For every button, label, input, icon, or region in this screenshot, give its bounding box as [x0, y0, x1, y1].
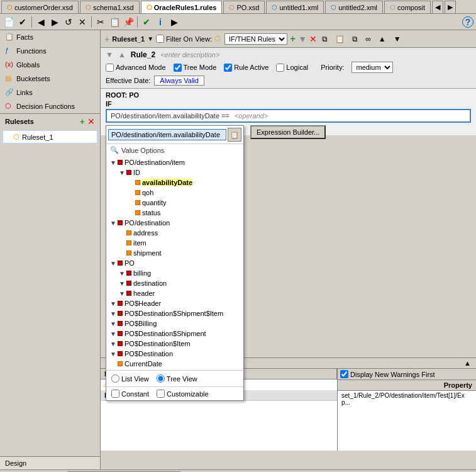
tree-node-shipment[interactable]: shipment	[118, 248, 241, 258]
copy-rule-button[interactable]: ⧉	[319, 33, 330, 45]
tab-po[interactable]: ⬡ PO.xsd	[223, 1, 265, 13]
move-up-button[interactable]: ▲	[376, 33, 389, 45]
advanced-mode-checkbox[interactable]	[106, 64, 114, 72]
ruleset-1-item[interactable]: ⬡ Ruleset_1	[3, 130, 97, 143]
copy-button[interactable]: 📋	[108, 16, 121, 28]
condition-input[interactable]: PO/destination/item.availabilityDate == …	[106, 109, 471, 123]
list-view-label[interactable]: List View	[111, 374, 149, 383]
tree-view-radio[interactable]	[157, 374, 165, 383]
expand-header[interactable]: ▼	[118, 289, 126, 298]
help-button[interactable]: ?	[462, 16, 473, 28]
display-new-label[interactable]: Display New Warnings First	[340, 370, 435, 378]
customizable-checkbox[interactable]	[157, 390, 165, 398]
display-new-checkbox[interactable]	[340, 370, 348, 378]
tab-customerorder[interactable]: ⬡ customerOrder.xsd	[1, 1, 79, 13]
expand-po[interactable]: ▼	[109, 259, 118, 267]
rulesets-add-button[interactable]: +	[80, 116, 85, 126]
design-tab[interactable]: Design	[0, 456, 100, 469]
tab-oraclerules[interactable]: ⬡ OracleRules1.rules	[141, 1, 223, 13]
tree-node-header[interactable]: ▼ header	[118, 288, 241, 298]
tab-nav-prev[interactable]: ◀	[432, 1, 443, 13]
run-button[interactable]: ▶	[168, 16, 180, 28]
tree-node-po-dest-ship-item[interactable]: ▼ PO$Destination$Shipment$Item	[109, 308, 241, 318]
operand-placeholder[interactable]: <operand>	[235, 112, 268, 120]
sidebar-item-functions[interactable]: ƒ Functions	[0, 44, 100, 58]
tree-node-item[interactable]: item	[118, 238, 241, 248]
tree-mode-checkbox[interactable]	[174, 64, 182, 72]
cut-button[interactable]: ✂	[94, 16, 107, 28]
expand-po-dest-ship-item[interactable]: ▼	[109, 309, 118, 318]
expand-po-dest-item2[interactable]: ▼	[109, 339, 118, 348]
expand-po-dest[interactable]: ▼	[109, 218, 118, 227]
view-select[interactable]: IF/THEN Rules Decision Table Decision Tr…	[224, 33, 287, 45]
tab-schema1[interactable]: ⬡ schema1.xsd	[80, 1, 140, 13]
tree-node-po-destination[interactable]: ▼ PO$Destination	[109, 349, 241, 359]
advanced-mode-label[interactable]: Advanced Mode	[106, 64, 166, 72]
customizable-label[interactable]: Customizable	[157, 390, 209, 398]
tree-view-label[interactable]: Tree View	[157, 374, 197, 383]
filter-on-checkbox-label[interactable]: Filter On	[156, 35, 192, 43]
logical-checkbox[interactable]	[276, 64, 284, 72]
tree-node-status[interactable]: status	[126, 208, 241, 218]
expand-destination[interactable]: ▼	[118, 279, 126, 288]
expand-billing[interactable]: ▼	[118, 269, 126, 278]
tree-node-po-dest[interactable]: ▼ PO/destination	[109, 218, 241, 228]
tree-node-qoh[interactable]: qoh	[126, 188, 241, 198]
list-view-radio[interactable]	[111, 374, 119, 383]
expand-po-dest-ship[interactable]: ▼	[109, 329, 118, 338]
panel-close-button[interactable]: ▲	[462, 359, 473, 367]
tab-nav-next[interactable]: ▶	[445, 1, 456, 13]
duplicate-button[interactable]: ⧉	[350, 33, 360, 45]
tree-node-po-billing[interactable]: ▼ PO$Billing	[109, 318, 241, 329]
sidebar-item-bucketsets[interactable]: ▤ Bucketsets	[0, 72, 100, 86]
rule-description[interactable]: <enter description>	[160, 51, 219, 59]
tree-mode-label[interactable]: Tree Mode	[174, 64, 217, 72]
tree-node-po[interactable]: ▼ PO	[109, 258, 241, 268]
back-button[interactable]: ◀	[35, 16, 47, 28]
dropdown-copy-button[interactable]: 📋	[228, 128, 241, 142]
new-button[interactable]: 📄	[3, 16, 15, 28]
rule-active-checkbox[interactable]	[224, 64, 232, 72]
sidebar-item-decision-functions[interactable]: ⬡ Decision Functions	[0, 99, 100, 113]
tree-node-po-dest-item2[interactable]: ▼ PO$Destination$Item	[109, 339, 241, 349]
tab-composit[interactable]: ⬡ composit	[384, 1, 431, 13]
tree-node-po-header[interactable]: ▼ PO$Header	[109, 298, 241, 308]
sidebar-item-links[interactable]: 🔗 Links	[0, 86, 100, 99]
effective-date-button[interactable]: Always Valid	[154, 76, 204, 86]
tree-node-po-dest-ship[interactable]: ▼ PO$Destination$Shipment	[109, 329, 241, 339]
expression-builder-button[interactable]: Expression Builder...	[250, 125, 326, 139]
expand-po-billing[interactable]: ▼	[109, 319, 118, 328]
paste-rule-button[interactable]: 📋	[333, 33, 347, 45]
tree-node-po-dest-item[interactable]: ▼ PO/destination/item	[109, 157, 241, 167]
refresh-button[interactable]: ↺	[62, 16, 75, 28]
expand-button[interactable]: ▼	[298, 34, 307, 44]
ruleset-dropdown-arrow[interactable]: ▼	[147, 35, 153, 42]
delete-button[interactable]: ✕	[309, 34, 317, 44]
validate-button[interactable]: ✔	[140, 16, 153, 28]
rulesets-delete-button[interactable]: ✕	[87, 116, 95, 126]
tree-node-availability-date[interactable]: availabilityDate	[126, 177, 241, 188]
filter-on-checkbox[interactable]	[156, 35, 164, 43]
forward-button[interactable]: ▶	[48, 16, 61, 28]
expand-id[interactable]: ▼	[118, 168, 126, 177]
info-button[interactable]: i	[154, 16, 167, 28]
expand-po-dest-item[interactable]: ▼	[109, 158, 118, 167]
stop-button[interactable]: ✕	[76, 16, 89, 28]
rule-active-label[interactable]: Rule Active	[224, 64, 268, 72]
link-button[interactable]: ∞	[363, 33, 374, 45]
tab-untitled1[interactable]: ⬡ untitled1.xml	[266, 1, 324, 13]
expand-po-destination[interactable]: ▼	[109, 349, 118, 358]
constant-label[interactable]: Constant	[111, 390, 149, 398]
logical-label[interactable]: Logical	[276, 64, 308, 72]
tab-untitled2[interactable]: ⬡ untitled2.xml	[325, 1, 383, 13]
paste-button[interactable]: 📌	[122, 16, 135, 28]
tree-node-billing[interactable]: ▼ billing	[118, 268, 241, 278]
sidebar-item-facts[interactable]: 📋 Facts	[0, 30, 100, 44]
add-item-button[interactable]: +	[290, 33, 296, 45]
sidebar-item-globals[interactable]: (x) Globals	[0, 58, 100, 72]
rule-collapse-icon[interactable]: ▼	[106, 50, 113, 59]
add-rule-icon[interactable]: +	[104, 34, 109, 44]
tree-node-id[interactable]: ▼ ID	[118, 167, 241, 177]
move-down-button[interactable]: ▼	[391, 33, 404, 45]
expand-po-header[interactable]: ▼	[109, 299, 118, 308]
